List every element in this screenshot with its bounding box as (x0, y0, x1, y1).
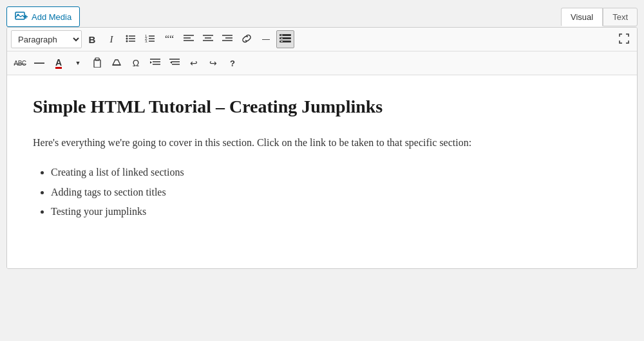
list-item: Adding tags to section titles (51, 184, 611, 201)
fullscreen-button[interactable] (615, 30, 633, 48)
horizontal-rule-button[interactable]: — (30, 54, 48, 72)
text-color-button[interactable]: A (50, 54, 68, 72)
toolbar-row-2: ABC — A ▼ Ω (7, 51, 637, 75)
blockquote-button[interactable]: ““ (160, 30, 178, 48)
indent-icon (150, 58, 160, 69)
hr-icon: — (34, 57, 44, 69)
more-icon: — (262, 35, 270, 44)
svg-rect-28 (281, 35, 283, 35)
outdent-icon (169, 58, 180, 69)
bold-icon: B (89, 34, 96, 45)
svg-marker-39 (150, 61, 152, 64)
erase-icon (111, 57, 122, 69)
svg-point-4 (126, 35, 128, 37)
help-button[interactable]: ? (223, 54, 242, 72)
content-heading: Simple HTML Tutorial – Creating Jumplink… (33, 95, 611, 119)
blockquote-icon: ““ (165, 33, 174, 45)
more-button[interactable]: — (257, 30, 275, 48)
paragraph-format-select[interactable]: Paragraph Heading 1 Heading 2 Heading 3 … (11, 30, 82, 48)
align-right-icon (222, 34, 232, 45)
editor-content[interactable]: Simple HTML Tutorial – Creating Jumplink… (7, 75, 637, 268)
top-bar: Add Media Visual Text (6, 6, 638, 27)
align-center-button[interactable] (199, 30, 217, 48)
strikethrough-button[interactable]: ABC (11, 54, 29, 72)
italic-button[interactable]: I (102, 30, 120, 48)
list-item: Creating a list of linked sections (51, 164, 611, 181)
indent-button[interactable] (146, 54, 164, 72)
add-media-button[interactable]: Add Media (6, 6, 80, 27)
align-left-icon (184, 34, 194, 45)
svg-point-8 (126, 40, 128, 42)
editor-wrapper: Add Media Visual Text Paragraph Heading … (0, 0, 644, 275)
text-color-icon: A (55, 58, 62, 69)
paste-icon (92, 57, 102, 69)
help-icon: ? (230, 59, 235, 68)
paste-as-plain-text-button[interactable] (88, 54, 106, 72)
svg-marker-43 (170, 61, 172, 64)
align-left-button[interactable] (180, 30, 198, 48)
svg-text:3.: 3. (145, 39, 148, 43)
add-media-label: Add Media (32, 12, 71, 22)
kitchen-sink-button[interactable] (276, 30, 294, 48)
bold-button[interactable]: B (83, 30, 101, 48)
outdent-button[interactable] (166, 54, 184, 72)
unordered-list-icon (126, 34, 136, 45)
ordered-list-icon: 1.2.3. (145, 34, 155, 45)
unordered-list-button[interactable] (122, 30, 140, 48)
fullscreen-icon (619, 33, 629, 46)
content-list: Creating a list of linked sections Addin… (33, 164, 611, 220)
undo-button[interactable]: ↩ (185, 54, 203, 72)
undo-icon: ↩ (190, 58, 198, 68)
view-tabs: Visual Text (561, 8, 638, 26)
add-media-icon (15, 10, 28, 23)
text-color-dropdown[interactable]: ▼ (69, 54, 87, 72)
redo-button[interactable]: ↪ (204, 54, 222, 72)
kitchen-sink-icon (279, 33, 291, 46)
link-button[interactable] (238, 30, 256, 48)
omega-icon: Ω (133, 58, 139, 68)
svg-rect-31 (94, 60, 100, 68)
align-center-icon (203, 34, 213, 45)
toolbar-row-1: Paragraph Heading 1 Heading 2 Heading 3 … (7, 28, 637, 51)
italic-icon: I (110, 34, 113, 45)
redo-icon: ↪ (209, 58, 217, 68)
ordered-list-button[interactable]: 1.2.3. (141, 30, 159, 48)
svg-point-6 (126, 37, 128, 39)
tab-visual[interactable]: Visual (561, 8, 603, 26)
link-icon (242, 34, 252, 45)
svg-marker-34 (113, 60, 120, 65)
editor-container: Paragraph Heading 1 Heading 2 Heading 3 … (6, 27, 638, 269)
content-paragraph: Here's everything we're going to cover i… (33, 134, 611, 151)
clear-formatting-button[interactable] (108, 54, 126, 72)
dropdown-arrow-icon: ▼ (75, 60, 81, 66)
list-item: Testing your jumplinks (51, 203, 611, 220)
strikethrough-icon: ABC (14, 60, 26, 67)
align-right-button[interactable] (218, 30, 236, 48)
svg-rect-30 (281, 41, 283, 42)
svg-rect-33 (95, 58, 99, 60)
svg-rect-29 (281, 38, 283, 39)
special-character-button[interactable]: Ω (127, 54, 145, 72)
tab-text[interactable]: Text (603, 8, 638, 26)
